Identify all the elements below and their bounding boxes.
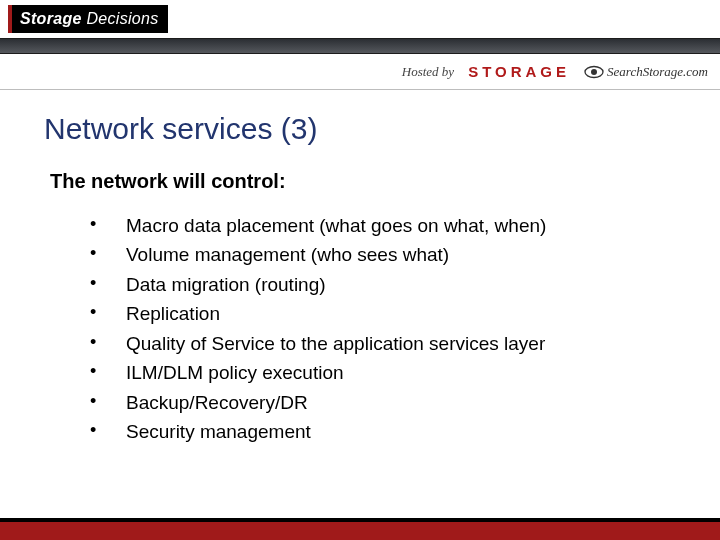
list-item: Volume management (who sees what) xyxy=(90,240,676,269)
searchstorage-text: SearchStorage.com xyxy=(607,64,708,80)
list-item: ILM/DLM policy execution xyxy=(90,358,676,387)
list-item: Replication xyxy=(90,299,676,328)
list-item: Security management xyxy=(90,417,676,446)
list-item: Quality of Service to the application se… xyxy=(90,329,676,358)
brand-word-storage: Storage xyxy=(20,10,82,27)
storage-logo: STORAGE xyxy=(468,63,570,80)
hosted-by-label: Hosted by xyxy=(402,64,454,80)
bullet-list: Macro data placement (what goes on what,… xyxy=(90,211,676,447)
top-bar: Storage Decisions xyxy=(0,0,720,38)
list-item: Data migration (routing) xyxy=(90,270,676,299)
eye-icon xyxy=(584,65,604,79)
nav-strip xyxy=(0,38,720,54)
slide-intro: The network will control: xyxy=(50,170,676,193)
brand-logo: Storage Decisions xyxy=(8,5,168,33)
slide-content: Network services (3) The network will co… xyxy=(0,90,720,447)
footer-bar xyxy=(0,518,720,540)
list-item: Backup/Recovery/DR xyxy=(90,388,676,417)
hosted-row: Hosted by STORAGE SearchStorage.com xyxy=(0,54,720,90)
searchstorage-logo: SearchStorage.com xyxy=(584,64,708,80)
svg-point-1 xyxy=(591,69,597,75)
brand-word-decisions: Decisions xyxy=(86,10,158,27)
list-item: Macro data placement (what goes on what,… xyxy=(90,211,676,240)
slide-title: Network services (3) xyxy=(44,112,676,146)
